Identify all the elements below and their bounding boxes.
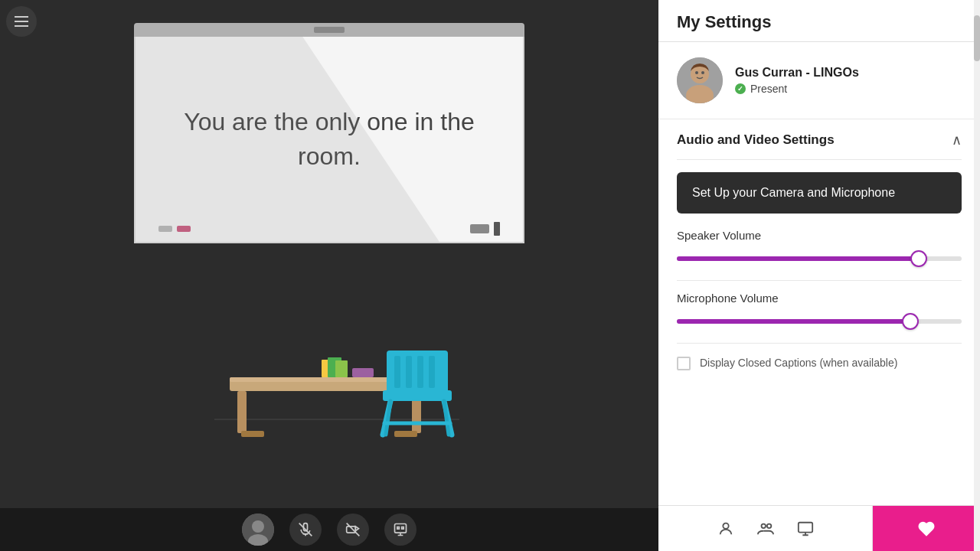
- user-status: Present: [735, 83, 962, 95]
- heart-icon[interactable]: [914, 517, 939, 541]
- pen: [494, 222, 500, 236]
- svg-line-20: [386, 401, 390, 435]
- user-name: Gus Curran - LINGOs: [735, 66, 962, 80]
- status-text: Present: [750, 83, 787, 95]
- speaker-volume-label: Speaker Volume: [677, 229, 962, 242]
- monitor-icon[interactable]: [793, 517, 818, 541]
- marker-gray: [158, 226, 172, 232]
- classroom-furniture: [168, 259, 490, 450]
- svg-line-21: [444, 401, 449, 435]
- svg-rect-39: [798, 522, 812, 532]
- svg-rect-4: [237, 391, 247, 433]
- av-section-title: Audio and Video Settings: [677, 132, 835, 148]
- svg-rect-14: [406, 356, 412, 388]
- settings-bottom-bar: [658, 505, 980, 551]
- share-button[interactable]: [384, 514, 416, 546]
- setup-camera-button[interactable]: Set Up your Camera and Microphone: [677, 172, 962, 214]
- svg-point-38: [766, 523, 771, 528]
- settings-panel: My Settings Gus Curran - LIN: [658, 0, 980, 551]
- svg-rect-13: [394, 356, 400, 388]
- settings-title: My Settings: [677, 12, 771, 32]
- classroom-scene: You are the only one in the room.: [0, 0, 658, 551]
- svg-rect-16: [429, 356, 435, 388]
- svg-rect-7: [394, 431, 417, 437]
- svg-rect-6: [241, 431, 264, 437]
- projector-rail: [134, 23, 524, 37]
- settings-body: Gus Curran - LINGOs Present Audio and Vi…: [658, 42, 980, 505]
- microphone-volume-section: Microphone Volume: [677, 292, 962, 331]
- closed-captions-row: Display Closed Captions (when available): [677, 356, 962, 371]
- user-avatar: [677, 57, 723, 103]
- svg-point-36: [723, 523, 728, 528]
- speaker-volume-slider-container: [677, 249, 962, 268]
- closed-captions-checkbox[interactable]: [677, 357, 691, 370]
- microphone-volume-label: Microphone Volume: [677, 292, 962, 305]
- whiteboard-controls: [136, 222, 523, 236]
- user-avatar-thumb[interactable]: [242, 514, 274, 546]
- svg-rect-30: [395, 524, 407, 533]
- bottom-toolbar: [0, 508, 658, 551]
- svg-rect-11: [352, 368, 374, 377]
- menu-button[interactable]: [6, 6, 37, 37]
- closed-captions-label: Display Closed Captions (when available): [700, 356, 897, 371]
- svg-marker-0: [136, 37, 439, 242]
- marker-tray-right: [470, 222, 500, 236]
- av-settings-header[interactable]: Audio and Video Settings ∧: [677, 119, 962, 160]
- settings-header: My Settings: [658, 0, 980, 42]
- whiteboard: You are the only one in the room.: [134, 37, 524, 243]
- svg-point-37: [761, 523, 766, 528]
- settings-bottom-action[interactable]: [873, 506, 980, 551]
- eraser: [470, 224, 489, 233]
- person-icon[interactable]: [714, 517, 738, 541]
- divider-1: [677, 280, 962, 281]
- marker-tray-left: [158, 226, 191, 232]
- user-info-section: Gus Curran - LINGOs Present: [658, 42, 980, 119]
- svg-point-35: [701, 71, 704, 74]
- svg-rect-17: [383, 390, 452, 401]
- speaker-volume-section: Speaker Volume: [677, 229, 962, 268]
- user-details: Gus Curran - LINGOs Present: [735, 66, 962, 95]
- microphone-volume-slider-container: [677, 312, 962, 331]
- classroom-panel: You are the only one in the room.: [0, 0, 658, 551]
- svg-point-24: [252, 520, 264, 533]
- people-icon[interactable]: [753, 517, 778, 541]
- marker-pink: [177, 226, 191, 232]
- furniture-svg: [168, 259, 490, 450]
- projector-hook: [314, 27, 345, 33]
- mic-button[interactable]: [289, 514, 322, 546]
- whiteboard-light: [136, 37, 523, 242]
- settings-bottom-icons: [658, 506, 873, 551]
- av-settings-section: Audio and Video Settings ∧ Set Up your C…: [658, 119, 980, 386]
- scrollbar-track[interactable]: [974, 0, 980, 551]
- svg-rect-15: [417, 356, 423, 388]
- svg-point-34: [695, 71, 698, 74]
- divider-2: [677, 343, 962, 344]
- scrollbar-thumb[interactable]: [974, 15, 980, 61]
- svg-rect-10: [335, 360, 348, 377]
- chevron-up-icon: ∧: [952, 132, 962, 148]
- status-indicator: [735, 83, 746, 94]
- video-button[interactable]: [337, 514, 369, 546]
